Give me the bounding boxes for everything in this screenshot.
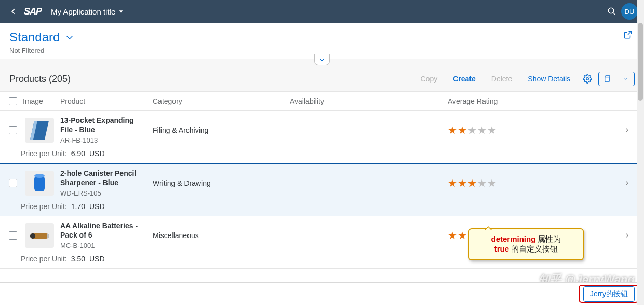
svg-rect-11 [30,233,35,239]
table-row[interactable]: 13-Pocket Expanding File - BlueAR-FB-101… [0,111,644,163]
product-rating: ★★★★★ [448,177,619,189]
filter-status: Not Filtered [9,47,635,54]
svg-point-3 [586,78,589,80]
svg-rect-8 [34,176,45,191]
delete-button[interactable]: Delete [487,73,516,85]
vertical-scrollbar[interactable] [637,0,644,305]
callout-kw1: determining [491,234,535,243]
product-thumbnail [25,223,54,248]
table-toolbar: Products (205) Copy Create Delete Show D… [0,68,644,91]
price-value: 1.70 [71,202,85,211]
product-id: MC-B-1001 [60,242,144,249]
app-title-dropdown[interactable]: My Application title [51,7,124,16]
table-header-row: Image Product Category Availability Aver… [0,91,644,111]
product-id: WD-ERS-105 [60,189,144,197]
settings-icon[interactable] [580,72,595,86]
row-nav-icon[interactable] [619,180,635,186]
col-product: Product [60,97,153,105]
export-dropdown-icon[interactable] [616,72,634,86]
user-avatar[interactable]: DU [621,3,638,20]
row-checkbox[interactable] [9,126,17,134]
variant-label: Standard [9,30,60,45]
product-thumbnail [25,171,54,196]
row-checkbox[interactable] [9,231,17,240]
product-name: 2-hole Canister Pencil Sharpener - Blue [60,169,144,187]
product-name: 13-Pocket Expanding File - Blue [60,116,144,134]
annotation-callout: determining 属性为 true 的自定义按钮 [468,228,584,260]
share-icon[interactable] [623,30,633,41]
sap-logo: SAP [21,6,45,17]
product-category: Filing & Archiving [153,126,290,134]
product-category: Miscellaneous [153,231,290,240]
nav-back-button[interactable] [6,8,21,15]
row-checkbox[interactable] [9,179,17,187]
create-button[interactable]: Create [449,73,480,85]
col-category: Category [153,97,290,105]
price-currency: USD [89,255,105,263]
svg-rect-5 [605,77,609,82]
show-details-button[interactable]: Show Details [524,73,574,85]
table-row[interactable]: 2-hole Canister Pencil Sharpener - BlueW… [0,163,644,216]
export-segmented [598,72,635,86]
price-currency: USD [89,202,105,211]
price-label: Price per Unit: [21,149,67,158]
svg-marker-0 [119,10,123,12]
product-id: AR-FB-1013 [60,136,144,144]
product-rating: ★★★★★ [448,124,619,136]
table-title: Products (205) [9,74,71,85]
row-nav-icon[interactable] [619,232,635,239]
jerry-custom-button[interactable]: Jerry的按钮 [583,286,635,302]
price-value: 3.50 [71,255,85,263]
price-currency: USD [89,149,105,158]
svg-point-9 [34,174,45,178]
svg-line-2 [613,12,615,15]
price-value: 6.90 [71,149,85,158]
callout-kw2: true [494,244,509,253]
svg-rect-12 [47,234,49,238]
select-all-checkbox[interactable] [9,97,17,105]
header-collapse-toggle[interactable] [314,54,330,65]
search-icon[interactable] [602,2,621,21]
row-nav-icon[interactable] [619,127,635,133]
product-category: Writing & Drawing [153,179,290,187]
price-label: Price per Unit: [21,255,67,263]
copy-button[interactable]: Copy [417,73,442,85]
col-rating: Average Rating [448,97,619,105]
variant-selector[interactable]: Standard [9,30,635,45]
svg-point-1 [608,8,614,13]
product-name: AA Alkaline Batteries - Pack of 6 [60,221,144,240]
price-label: Price per Unit: [21,202,67,211]
export-icon[interactable] [599,72,616,86]
shell-header: SAP My Application title DU [0,0,644,23]
col-availability: Availability [290,97,448,105]
col-image: Image [21,97,60,105]
footer-bar: Jerry的按钮 [0,282,644,305]
app-title-text: My Application title [51,7,115,16]
page-header: Standard Not Filtered [0,23,644,59]
product-thumbnail [25,118,54,143]
